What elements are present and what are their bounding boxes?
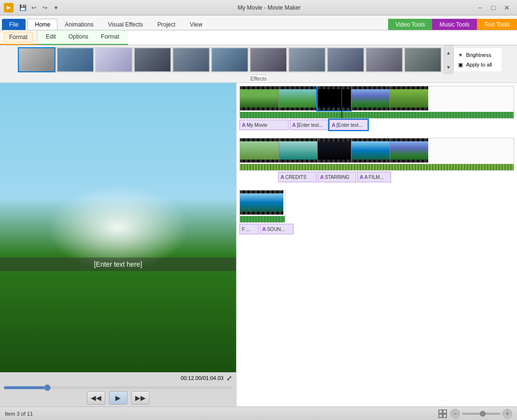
clip-r2-2[interactable] bbox=[279, 138, 317, 163]
text-label-starring[interactable]: A STARRING bbox=[318, 172, 356, 182]
film-notch-top-3 bbox=[318, 86, 351, 89]
rewind-button[interactable]: ◀◀ bbox=[87, 391, 105, 405]
clip-r2-3[interactable] bbox=[317, 138, 351, 163]
text-label-enter2-text: [Enter text... bbox=[336, 122, 363, 128]
effect-item-2[interactable] bbox=[95, 47, 133, 72]
brightness-label: Brightness bbox=[466, 52, 491, 58]
effect-scroll: ▲ ▼ bbox=[444, 45, 453, 74]
film-notch-r2-5-bottom bbox=[390, 160, 428, 163]
text-label-sound[interactable]: A SOUN... bbox=[260, 224, 293, 234]
tab-project[interactable]: Project bbox=[150, 19, 182, 30]
text-label-mymovie[interactable]: A My Movie bbox=[239, 120, 289, 130]
zoom-in-button[interactable]: + bbox=[503, 409, 512, 419]
preview-panel: [Enter text here] 00:12.00/01:04.03 ⤢ ◀◀… bbox=[0, 83, 237, 406]
track-container-2 bbox=[239, 138, 514, 171]
text-label-film[interactable]: A A FILM... bbox=[357, 172, 391, 182]
zoom-out-button[interactable]: − bbox=[450, 409, 460, 419]
text-icon-credits: A bbox=[280, 174, 284, 180]
tab-home[interactable]: Home bbox=[28, 19, 57, 30]
expand-button[interactable]: ⤢ bbox=[226, 374, 232, 382]
film-notch-top-2 bbox=[279, 86, 317, 89]
film-notch-top-4 bbox=[351, 86, 390, 89]
sub-tab-edit[interactable]: Edit bbox=[41, 32, 61, 42]
text-label-credits-text: CREDITS bbox=[285, 175, 307, 180]
undo-qat-button[interactable]: ↩ bbox=[29, 3, 39, 13]
tab-animations[interactable]: Animations bbox=[57, 19, 100, 30]
film-notch-r2-2-top bbox=[279, 138, 317, 141]
effect-item-9[interactable] bbox=[365, 47, 403, 72]
effects-label: Effects bbox=[250, 74, 267, 82]
text-label-credits[interactable]: A CREDITS bbox=[278, 172, 317, 182]
sub-tab-options[interactable]: Options bbox=[64, 32, 93, 42]
track-container-1 bbox=[239, 86, 514, 119]
apply-to-all-item[interactable]: ▣ Apply to all bbox=[457, 61, 492, 68]
effect-scroll-up[interactable]: ▲ bbox=[444, 45, 453, 60]
clip-2-sky[interactable] bbox=[279, 86, 317, 110]
text-icon-film: A bbox=[360, 174, 363, 180]
preview-controls: 00:12.00/01:04.03 ⤢ ◀◀ ▶ ▶▶ bbox=[0, 372, 236, 406]
film-notch-bottom-4 bbox=[351, 108, 390, 110]
tab-view[interactable]: View bbox=[182, 19, 210, 30]
dropdown-qat-button[interactable]: ▾ bbox=[51, 3, 61, 13]
effect-item-10[interactable] bbox=[404, 47, 442, 72]
effect-item-4[interactable] bbox=[172, 47, 210, 72]
play-button[interactable]: ▶ bbox=[109, 391, 127, 405]
redo-qat-button[interactable]: ↪ bbox=[40, 3, 50, 13]
clip-r2-1[interactable] bbox=[240, 138, 279, 163]
window-title: My Movie - Movie Maker bbox=[65, 4, 474, 11]
item-info: Item 3 of 11 bbox=[5, 411, 33, 417]
clip-5-forest[interactable] bbox=[390, 86, 428, 110]
clip-4-mountain[interactable] bbox=[351, 86, 390, 110]
tab-visual-effects[interactable]: Visual Effects bbox=[101, 19, 150, 30]
ribbon: File Home Animations Visual Effects Proj… bbox=[0, 15, 517, 45]
text-icon-1: A bbox=[242, 122, 246, 128]
clip-r2-5[interactable] bbox=[390, 138, 428, 163]
status-bar: Item 3 of 11 − + bbox=[0, 406, 517, 420]
forward-button[interactable]: ▶▶ bbox=[131, 391, 150, 405]
clip-3-black[interactable] bbox=[317, 86, 351, 110]
text-icon-sound: A bbox=[262, 226, 266, 232]
effect-item-6[interactable] bbox=[250, 47, 287, 72]
timeline-scrubber[interactable] bbox=[4, 386, 232, 389]
sub-tab-format-video[interactable]: Format bbox=[96, 32, 124, 42]
text-label-enter2[interactable]: A [Enter text... bbox=[329, 120, 368, 130]
maximize-button[interactable]: □ bbox=[487, 3, 500, 13]
text-label-f[interactable]: F ... bbox=[239, 224, 259, 234]
effect-item-0[interactable] bbox=[18, 47, 56, 72]
zoom-slider[interactable] bbox=[462, 413, 501, 415]
text-label-sound-text: SOUN... bbox=[267, 227, 285, 232]
text-label-enter1[interactable]: A [Enter text... bbox=[290, 120, 328, 130]
clip-1-landscape[interactable] bbox=[240, 86, 279, 110]
clip-r2-4[interactable] bbox=[351, 138, 390, 163]
minimize-button[interactable]: − bbox=[474, 3, 486, 13]
film-notch-top bbox=[240, 86, 279, 89]
view-icon-1[interactable] bbox=[437, 408, 448, 420]
effect-item-7[interactable] bbox=[288, 47, 326, 72]
text-label-starring-text: STARRING bbox=[325, 175, 349, 180]
tab-video-tools[interactable]: Video Tools bbox=[388, 19, 433, 30]
tab-text-tools[interactable]: Text Tools bbox=[477, 19, 517, 30]
save-qat-button[interactable]: 💾 bbox=[18, 3, 28, 13]
timeline-row-2: A CREDITS A STARRING A A FILM... bbox=[239, 138, 514, 182]
tab-music-tools[interactable]: Music Tools bbox=[432, 19, 476, 30]
text-label-f-text: ... bbox=[246, 227, 250, 232]
current-time: 00:12.00 bbox=[181, 375, 201, 381]
film-notch-bottom-3 bbox=[318, 108, 351, 110]
effect-item-1[interactable] bbox=[56, 47, 94, 72]
film-notch-top-5 bbox=[390, 86, 428, 89]
sub-tab-format[interactable]: Format bbox=[4, 32, 33, 42]
effect-item-8[interactable] bbox=[327, 47, 364, 72]
effect-item-3[interactable] bbox=[134, 47, 171, 72]
effect-item-5[interactable] bbox=[211, 47, 249, 72]
clip-r3-1[interactable] bbox=[240, 190, 283, 215]
text-label-enter1-text: [Enter text... bbox=[297, 122, 323, 128]
effect-scroll-down[interactable]: ▼ bbox=[444, 60, 453, 74]
brightness-item[interactable]: ☀ Brightness bbox=[457, 51, 491, 59]
tab-file[interactable]: File bbox=[2, 19, 26, 30]
close-button[interactable]: ✕ bbox=[501, 3, 513, 13]
audio-track-1 bbox=[240, 112, 514, 118]
text-label-film-text: A FILM... bbox=[364, 175, 384, 180]
preview-video: [Enter text here] bbox=[0, 83, 236, 372]
text-label-mymovie-text: My Movie bbox=[247, 122, 267, 128]
film-notch-bottom-5 bbox=[390, 108, 428, 110]
